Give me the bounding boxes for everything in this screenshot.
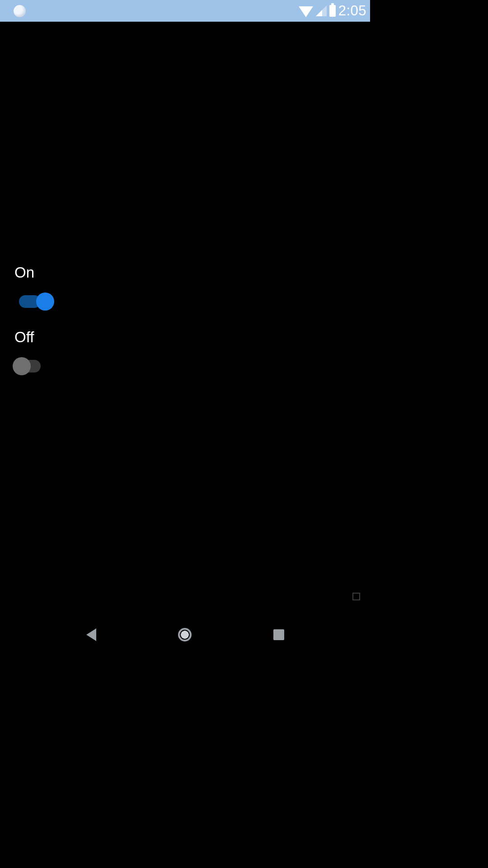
- toggle-row-off: Off: [14, 330, 356, 375]
- switch-off[interactable]: [19, 357, 47, 375]
- toggle-row-on: On: [14, 265, 356, 311]
- navigation-bar: [0, 618, 370, 651]
- switch-thumb-icon: [13, 357, 31, 375]
- cell-signal-icon: [316, 5, 327, 16]
- status-bar-right: 2:05: [299, 3, 366, 19]
- status-bar-left: [14, 5, 26, 17]
- nav-back-button[interactable]: [86, 628, 96, 641]
- switch-thumb-icon: [36, 292, 54, 311]
- toggle-label-off: Off: [14, 330, 34, 344]
- crop-indicator-icon: [352, 593, 360, 600]
- nav-home-button[interactable]: [178, 628, 192, 642]
- status-clock: 2:05: [338, 3, 366, 19]
- status-bar: 2:05: [0, 0, 370, 22]
- nav-overview-button[interactable]: [273, 629, 284, 640]
- notification-dot-icon: [14, 5, 26, 17]
- toggle-label-on: On: [14, 265, 34, 280]
- wifi-icon: [299, 6, 313, 17]
- switch-on[interactable]: [19, 292, 47, 311]
- main-content: On Off: [0, 22, 370, 618]
- battery-icon: [329, 5, 336, 17]
